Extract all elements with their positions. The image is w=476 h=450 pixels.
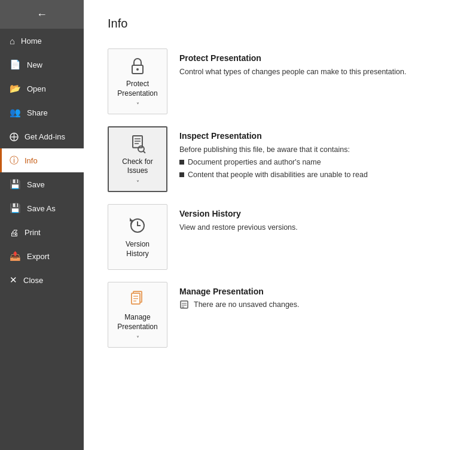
sidebar-item-info[interactable]: ⓘ Info (0, 148, 84, 172)
sidebar-item-export[interactable]: 📤 Export (0, 244, 84, 268)
info-icon: ⓘ (10, 155, 19, 166)
protect-chevron-icon: ˅ (136, 102, 139, 108)
save-icon: 💾 (10, 179, 21, 190)
svg-point-6 (138, 146, 144, 152)
check-issues-button[interactable]: Check forIssues ˅ (108, 126, 167, 192)
lock-icon (127, 54, 148, 76)
version-history-icon-label: VersionHistory (126, 240, 149, 259)
print-icon: 🖨 (10, 227, 19, 238)
bullet-icon (179, 172, 184, 177)
share-icon: 👥 (10, 107, 21, 118)
sidebar-item-label: Export (27, 252, 50, 261)
manage-card-content: Manage Presentation There are no unsaved… (179, 282, 452, 309)
protect-description: Control what types of changes people can… (179, 66, 452, 78)
bullet-icon (179, 160, 184, 165)
sidebar-item-print[interactable]: 🖨 Print (0, 220, 84, 244)
sidebar-item-share[interactable]: 👥 Share (0, 101, 84, 124)
close-icon: ✕ (10, 275, 17, 285)
version-history-content: Version History View and restore previou… (179, 204, 452, 233)
svg-line-7 (143, 151, 145, 153)
sidebar-item-label: Share (27, 108, 48, 117)
check-issues-icon-label: Check forIssues (122, 157, 152, 176)
protect-card-content: Protect Presentation Control what types … (179, 48, 452, 78)
svg-point-1 (136, 68, 139, 71)
back-button[interactable]: ← (0, 0, 84, 29)
back-icon: ← (36, 8, 47, 21)
save-as-icon: 💾 (10, 203, 21, 214)
manage-chevron-icon: ˅ (136, 335, 139, 342)
inspect-presentation-card: Check forIssues ˅ Inspect Presentation B… (108, 126, 452, 192)
version-history-card: VersionHistory Version History View and … (108, 204, 452, 270)
new-icon: 📄 (10, 59, 21, 70)
manage-presentation-button[interactable]: ManagePresentation ˅ (108, 282, 167, 348)
manage-presentation-status: There are no unsaved changes. (179, 300, 452, 309)
export-icon: 📤 (10, 251, 21, 262)
inspect-bullet-2: Content that people with disabilities ar… (179, 169, 452, 181)
open-icon: 📂 (10, 83, 21, 94)
sidebar-item-label: Home (21, 37, 42, 45)
sidebar-item-label: Open (27, 84, 46, 93)
version-history-title: Version History (179, 209, 452, 218)
protect-icon-label: ProtectPresentation (117, 80, 157, 98)
sidebar-item-open[interactable]: 📂 Open (0, 77, 84, 101)
sidebar-item-save[interactable]: 💾 Save (0, 172, 84, 196)
home-icon: ⌂ (10, 36, 15, 46)
manage-icon (127, 288, 148, 309)
sidebar-item-label: Info (25, 156, 38, 165)
protect-title: Protect Presentation (179, 53, 452, 63)
manage-presentation-title: Manage Presentation (179, 287, 452, 296)
inspect-title: Inspect Presentation (179, 131, 452, 141)
add-ins-icon: ⨁ (10, 131, 19, 142)
sidebar-item-save-as[interactable]: 💾 Save As (0, 196, 84, 220)
no-unsaved-changes-text: There are no unsaved changes. (194, 300, 300, 309)
page-title: Info (108, 17, 452, 31)
sidebar-item-new[interactable]: 📄 New (0, 53, 84, 77)
unsaved-changes-icon (179, 300, 189, 309)
check-issues-chevron-icon: ˅ (136, 180, 139, 186)
inspect-icon (127, 132, 148, 154)
manage-icon-label: ManagePresentation (117, 313, 157, 332)
protect-presentation-card: ProtectPresentation ˅ Protect Presentati… (108, 48, 452, 114)
version-history-description: View and restore previous versions. (179, 222, 452, 233)
sidebar-item-label: Save (27, 180, 45, 189)
sidebar-item-label: Print (25, 228, 41, 237)
sidebar-item-close[interactable]: ✕ Close (0, 268, 84, 292)
inspect-description: Before publishing this file, be aware th… (179, 144, 452, 180)
version-history-button[interactable]: VersionHistory (108, 204, 167, 270)
sidebar-item-home[interactable]: ⌂ Home (0, 29, 84, 53)
sidebar-item-label: Get Add-ins (25, 132, 65, 141)
manage-presentation-card: ManagePresentation ˅ Manage Presentation… (108, 282, 452, 348)
version-history-icon (127, 215, 148, 236)
inspect-bullet-1: Document properties and author's name (179, 157, 452, 168)
sidebar: ← ⌂ Home 📄 New 📂 Open 👥 Share ⨁ Get Add-… (0, 0, 84, 450)
sidebar-item-label: New (27, 60, 42, 69)
protect-presentation-button[interactable]: ProtectPresentation ˅ (108, 48, 167, 114)
main-content: Info ProtectPresentation ˅ Protect Prese… (84, 0, 476, 450)
inspect-card-content: Inspect Presentation Before publishing t… (179, 126, 452, 180)
svg-marker-9 (130, 218, 133, 221)
sidebar-item-label: Close (23, 276, 43, 285)
sidebar-item-label: Save As (27, 204, 56, 213)
sidebar-item-get-add-ins[interactable]: ⨁ Get Add-ins (0, 124, 84, 148)
